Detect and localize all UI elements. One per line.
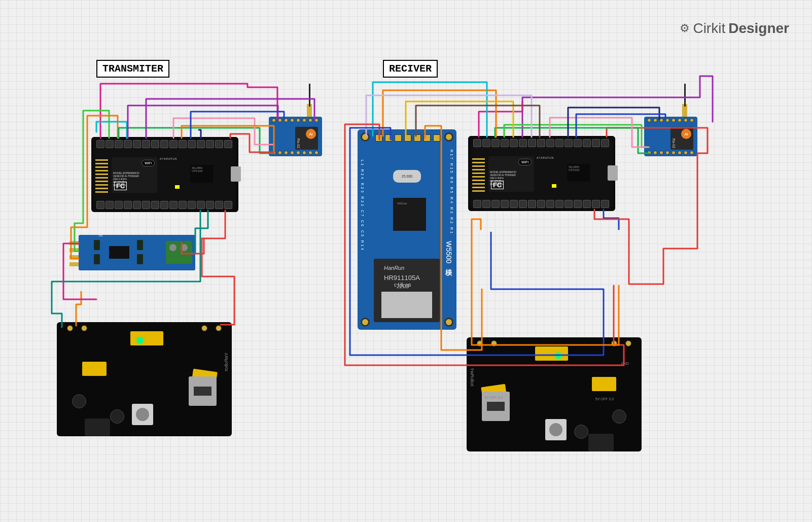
lora-tx-pins-bot[interactable] (272, 151, 319, 155)
component-lora-rx[interactable]: Ai Ra-02 (644, 117, 697, 156)
rj45-ul-mark: c UL us (394, 282, 411, 288)
bbpsu-jumper-3[interactable] (535, 346, 568, 361)
rj45-brand: HanRun (384, 265, 404, 271)
lora-chip: Ai Ra-02 (295, 127, 318, 150)
w5500-crystal: 25.000 (393, 170, 421, 183)
brand-icon: ⚙ (680, 22, 690, 35)
nodemcu-tx-pins-bottom[interactable] (96, 201, 232, 209)
w5500-side-label: W5500模块 (444, 241, 453, 263)
bbpsu-power-button[interactable] (545, 419, 567, 440)
w5500-rj45-jack[interactable]: HanRun HR911105A 2203 c UL us (374, 259, 440, 322)
rs485-left-pins[interactable] (69, 241, 79, 266)
label-receiver: RECIVER (383, 60, 438, 78)
w5500-pins-left-label: L1 R24 R23 R22 C7 C6 C5 R14 (361, 160, 364, 252)
bbpsu-dc-jack (85, 419, 110, 436)
lora-rx-pins-bot[interactable] (647, 151, 694, 155)
bbpsu-power-button[interactable] (132, 404, 153, 425)
nodemcu-led-icon (175, 185, 180, 189)
w5500-header-pins[interactable] (375, 134, 440, 142)
component-nodemcu-rx[interactable]: WiFi MODEL ESP8266MODVENDOR AI-THINKERIS… (468, 136, 615, 211)
component-bbpsu-tx[interactable]: YwRobot (57, 322, 232, 436)
nodemcu-usb-port (231, 166, 241, 182)
lora-chip-label: Ra-02 (297, 138, 300, 148)
fcc-logo-icon: FC (114, 182, 127, 190)
app-brand: ⚙ Cirkit Designer (680, 20, 789, 37)
bbpsu-rx-header-right[interactable] (611, 340, 631, 346)
component-lora-tx[interactable]: Ai Ra-02 (269, 117, 322, 156)
rj45-face (381, 292, 432, 318)
w5500-chip: WIZnet (393, 198, 426, 231)
bbpsu-usb-port (189, 376, 217, 406)
rs485-u1-label: U1 (99, 234, 103, 237)
power-led-icon (555, 353, 561, 359)
w5500-pins-right-label: R17 R15 R6 R5 R4 R3 R2 R1 (450, 150, 453, 235)
brand-main-text: Cirkit (693, 20, 725, 37)
nodemcu-antenna-icon (472, 156, 485, 192)
lora-logo-icon: Ai (681, 129, 691, 139)
nodemcu-rx-pins-bottom[interactable] (473, 200, 609, 208)
bbpsu-rx-header-left[interactable] (477, 340, 497, 346)
component-rs485[interactable]: U1 (79, 235, 195, 270)
nodemcu-tx-pins-top[interactable] (96, 140, 232, 148)
nodemcu-silabs-chip: SILABS CP2102 (190, 165, 213, 183)
lora-antenna-icon (309, 84, 310, 107)
lora-chip: Ai Ra-02 (670, 127, 693, 150)
nodemcu-ayarafun-text: AYARAFUN (537, 156, 554, 159)
lora-tx-pins-top[interactable] (272, 118, 319, 122)
bbpsu-brand-text: YwRobot (470, 368, 475, 387)
power-led-icon (137, 337, 143, 343)
lora-antenna-icon (684, 84, 686, 107)
nodemcu-usb-port (608, 165, 618, 181)
nodemcu-led-icon (552, 184, 556, 188)
rj45-model: HR911105A (384, 274, 420, 282)
rs485-chip (109, 246, 129, 259)
bbpsu-tx-header-right[interactable] (67, 325, 87, 331)
nodemcu-silabs-chip: SILABS CP2102 (567, 164, 590, 182)
brand-sub-text: Designer (728, 20, 789, 37)
bbpsu-jumper-3[interactable] (130, 331, 163, 345)
wifi-badge: WiFi (518, 159, 532, 165)
lora-chip-label: Ra-02 (672, 138, 676, 148)
lora-logo-icon: Ai (306, 129, 316, 139)
label-transmitter: TRANSMITER (96, 60, 169, 78)
nodemcu-antenna-icon (95, 157, 108, 193)
component-bbpsu-rx[interactable]: YwRobot 5V OFF 3.3 5V OFF 3.3 GND (467, 337, 642, 451)
bbpsu-brand-text: YwRobot (224, 353, 229, 371)
component-nodemcu-tx[interactable]: WiFi MODEL ESP8266MODVENDOR AI-THINKERIS… (91, 137, 238, 212)
wifi-badge: WiFi (142, 160, 155, 166)
lora-rx-pins-top[interactable] (647, 118, 694, 122)
bbpsu-jumper-2[interactable] (592, 377, 616, 391)
bbpsu-dc-jack (588, 434, 614, 451)
nodemcu-rx-pins-top[interactable] (473, 139, 609, 147)
component-w5500[interactable]: 25.000 WIZnet R17 R15 R6 R5 R4 R3 R2 R1 … (358, 129, 456, 330)
nodemcu-ayarafun-text: AYARAFUN (160, 157, 177, 160)
bbpsu-jumper-2[interactable] (82, 362, 107, 376)
nodemcu-wifi-shield: WiFi MODEL ESP8266MODVENDOR AI-THINKERIS… (488, 156, 534, 192)
bbpsu-tx-header-left[interactable] (201, 325, 222, 331)
fcc-logo-icon: FC (491, 181, 504, 189)
nodemcu-wifi-shield: WiFi MODEL ESP8266MODVENDOR AI-THINKERIS… (112, 157, 157, 193)
